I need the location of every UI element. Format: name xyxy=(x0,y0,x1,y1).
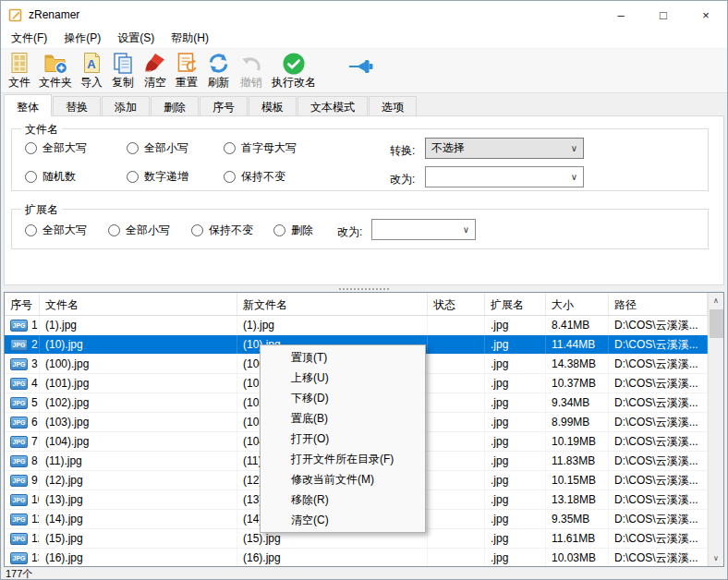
extension-radio-1[interactable]: 全部小写 xyxy=(108,223,170,238)
column-header-5[interactable]: 大小 xyxy=(546,293,609,315)
tab-3[interactable]: 删除 xyxy=(151,96,199,115)
cell-路径: D:\COS\云溪溪... xyxy=(609,316,708,334)
filename-radio-label: 首字母大写 xyxy=(241,140,297,156)
jpg-file-icon: JPG xyxy=(10,378,28,390)
toolbar-button-folder-add[interactable]: 文件夹 xyxy=(35,50,76,90)
context-menu-item-2[interactable]: 下移(D) xyxy=(261,388,425,408)
toolbar-button-execute-check[interactable]: 执行改名 xyxy=(268,50,320,90)
column-header-2[interactable]: 新文件名 xyxy=(237,293,428,315)
toolbar-button-clear-brush[interactable]: 清空 xyxy=(140,50,171,90)
toolbar-button-reset[interactable]: 重置 xyxy=(172,50,201,90)
table-row[interactable]: JPG1(1).jpg(1).jpg.jpg8.41MBD:\COS\云溪溪..… xyxy=(5,316,708,335)
extension-radio-2[interactable]: 保持不变 xyxy=(191,223,253,238)
cell-状态 xyxy=(428,355,485,373)
filename-radio-1[interactable]: 全部小写 xyxy=(127,140,188,156)
filename-radio-3[interactable]: 随机数 xyxy=(25,169,76,185)
column-header-4[interactable]: 扩展名 xyxy=(485,293,546,315)
cell-状态 xyxy=(428,335,485,354)
tab-0[interactable]: 整体 xyxy=(4,94,52,116)
sequence-number: 1 xyxy=(31,319,38,332)
jpg-file-icon: JPG xyxy=(10,417,28,429)
cell-路径: D:\COS\云溪溪... xyxy=(609,393,708,412)
filename-radio-label: 随机数 xyxy=(42,169,76,185)
pushpin-icon[interactable] xyxy=(348,57,378,79)
tab-7[interactable]: 选项 xyxy=(369,96,417,115)
reset-icon xyxy=(176,51,198,76)
menu-item-2[interactable]: 设置(S) xyxy=(109,28,163,49)
app-window: zRenamer – □ × 文件(F)操作(P)设置(S)帮助(H) 文件文件… xyxy=(0,0,728,580)
scroll-down-icon[interactable]: ∨ xyxy=(709,550,723,566)
extension-radio-0[interactable]: 全部大写 xyxy=(25,223,87,238)
minimize-button[interactable]: – xyxy=(600,1,642,29)
sequence-number: 10 xyxy=(31,493,40,506)
filename-radio-4[interactable]: 数字递增 xyxy=(127,169,188,185)
column-header-3[interactable]: 状态 xyxy=(428,293,485,315)
filename-radio-label: 数字递增 xyxy=(144,169,188,185)
vertical-scrollbar[interactable]: ∧ ∨ xyxy=(708,293,723,566)
cell-文件名: (101).jpg xyxy=(40,374,237,393)
extension-radio-label: 全部大写 xyxy=(42,223,87,238)
toolbar-button-label: 文件夹 xyxy=(39,76,72,90)
tab-1[interactable]: 替换 xyxy=(53,96,101,115)
toolbar-button-label: 文件 xyxy=(8,76,30,90)
filename-radio-0[interactable]: 全部大写 xyxy=(25,140,87,156)
radio-circle-icon xyxy=(273,224,285,236)
column-header-6[interactable]: 路径 xyxy=(609,293,708,315)
panel-splitter[interactable] xyxy=(1,285,727,292)
sequence-number: 6 xyxy=(31,416,38,429)
cell-文件名: (15).jpg xyxy=(40,529,237,548)
cell-状态 xyxy=(428,510,485,528)
context-menu-item-3[interactable]: 置底(B) xyxy=(261,408,425,429)
tab-4[interactable]: 序号 xyxy=(200,96,248,115)
context-menu-item-5[interactable]: 打开文件所在目录(F) xyxy=(261,449,425,469)
toolbar-button-label: 执行改名 xyxy=(272,76,316,90)
cell-路径: D:\COS\云溪溪... xyxy=(609,549,708,567)
context-menu-item-1[interactable]: 上移(U) xyxy=(261,368,425,388)
toolbar-button-copy[interactable]: 复制 xyxy=(107,50,139,90)
toolbar-button-file[interactable]: 文件 xyxy=(5,50,34,90)
close-button[interactable]: × xyxy=(685,1,727,29)
cell-文件名: (102).jpg xyxy=(40,393,237,412)
cell-大小: 11.83MB xyxy=(546,452,609,470)
column-header-1[interactable]: 文件名 xyxy=(40,293,237,315)
sequence-number: 2 xyxy=(31,338,38,351)
scroll-up-icon[interactable]: ∧ xyxy=(709,293,723,308)
jpg-file-icon: JPG xyxy=(10,514,28,526)
context-menu-item-7[interactable]: 移除(R) xyxy=(261,489,425,510)
cell-状态 xyxy=(428,490,485,509)
convert-dropdown[interactable]: 不选择 ∨ xyxy=(425,138,584,159)
toolbar: 文件文件夹A导入复制清空重置刷新撤销执行改名 xyxy=(1,49,727,93)
jpg-file-icon: JPG xyxy=(10,552,28,564)
filename-radio-5[interactable]: 保持不变 xyxy=(224,169,285,185)
scrollbar-thumb[interactable] xyxy=(710,309,723,338)
toolbar-button-import[interactable]: A导入 xyxy=(77,50,106,90)
maximize-button[interactable]: □ xyxy=(642,1,685,29)
context-menu-item-8[interactable]: 清空(C) xyxy=(261,510,425,530)
sequence-cell: JPG2 xyxy=(5,335,40,354)
extension-radio-3[interactable]: 删除 xyxy=(273,223,313,238)
tab-2[interactable]: 添加 xyxy=(102,96,150,115)
menu-item-0[interactable]: 文件(F) xyxy=(3,28,55,49)
context-menu-item-6[interactable]: 修改当前文件(M) xyxy=(261,469,425,489)
cell-文件名: (1).jpg xyxy=(40,316,237,334)
filename-group-title: 文件名 xyxy=(21,122,62,138)
cell-大小: 10.37MB xyxy=(546,374,609,393)
cell-扩展名: .jpg xyxy=(485,374,546,393)
cell-扩展名: .jpg xyxy=(485,452,546,470)
tab-5[interactable]: 模板 xyxy=(249,96,297,115)
column-header-0[interactable]: 序号 xyxy=(5,293,40,315)
tab-6[interactable]: 文本模式 xyxy=(297,96,368,115)
table-row[interactable]: JPG13(16).jpg(16).jpg.jpg10.03MBD:\COS\云… xyxy=(5,549,708,567)
context-menu-item-4[interactable]: 打开(O) xyxy=(261,429,425,449)
extension-changeto-combobox[interactable]: ∨ xyxy=(371,219,476,240)
filename-changeto-combobox[interactable]: ∨ xyxy=(425,166,584,187)
radio-circle-icon xyxy=(224,171,236,183)
menu-item-1[interactable]: 操作(P) xyxy=(55,28,109,49)
menu-item-3[interactable]: 帮助(H) xyxy=(163,28,217,49)
context-menu-item-0[interactable]: 置顶(T) xyxy=(261,347,425,368)
filename-radio-2[interactable]: 首字母大写 xyxy=(224,140,297,156)
toolbar-button-refresh[interactable]: 刷新 xyxy=(202,50,235,90)
refresh-icon xyxy=(206,51,231,76)
cell-文件名: (100).jpg xyxy=(40,355,237,373)
toolbar-button-label: 重置 xyxy=(176,76,198,90)
